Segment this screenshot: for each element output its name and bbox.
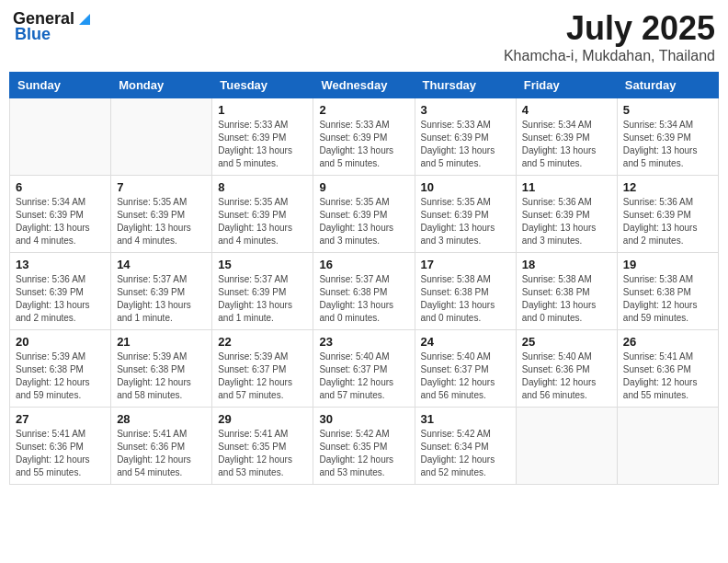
calendar-cell: 23Sunrise: 5:40 AM Sunset: 6:37 PM Dayli… bbox=[313, 330, 415, 408]
day-number: 31 bbox=[421, 412, 510, 426]
day-number: 12 bbox=[623, 180, 712, 194]
day-number: 7 bbox=[117, 180, 206, 194]
day-number: 4 bbox=[522, 103, 611, 117]
calendar-cell: 14Sunrise: 5:37 AM Sunset: 6:39 PM Dayli… bbox=[111, 253, 212, 330]
calendar-cell: 21Sunrise: 5:39 AM Sunset: 6:38 PM Dayli… bbox=[111, 330, 212, 408]
day-number: 16 bbox=[319, 258, 408, 271]
day-info: Sunrise: 5:40 AM Sunset: 6:37 PM Dayligh… bbox=[421, 350, 510, 402]
calendar-cell: 1Sunrise: 5:33 AM Sunset: 6:39 PM Daylig… bbox=[212, 98, 313, 176]
day-info: Sunrise: 5:42 AM Sunset: 6:35 PM Dayligh… bbox=[319, 428, 408, 479]
calendar-cell: 22Sunrise: 5:39 AM Sunset: 6:37 PM Dayli… bbox=[212, 330, 313, 408]
day-info: Sunrise: 5:34 AM Sunset: 6:39 PM Dayligh… bbox=[16, 196, 105, 247]
day-info: Sunrise: 5:33 AM Sunset: 6:39 PM Dayligh… bbox=[421, 119, 510, 170]
calendar-cell: 13Sunrise: 5:36 AM Sunset: 6:39 PM Dayli… bbox=[10, 253, 111, 330]
day-number: 30 bbox=[319, 412, 408, 426]
day-info: Sunrise: 5:35 AM Sunset: 6:39 PM Dayligh… bbox=[117, 196, 206, 247]
month-title: July 2025 bbox=[504, 9, 715, 48]
col-header-monday: Monday bbox=[111, 73, 212, 98]
day-info: Sunrise: 5:35 AM Sunset: 6:39 PM Dayligh… bbox=[319, 196, 408, 247]
day-info: Sunrise: 5:33 AM Sunset: 6:39 PM Dayligh… bbox=[218, 119, 307, 170]
calendar-cell: 6Sunrise: 5:34 AM Sunset: 6:39 PM Daylig… bbox=[10, 176, 111, 253]
day-info: Sunrise: 5:35 AM Sunset: 6:39 PM Dayligh… bbox=[421, 196, 510, 247]
calendar-cell: 30Sunrise: 5:42 AM Sunset: 6:35 PM Dayli… bbox=[313, 408, 415, 485]
calendar-cell bbox=[10, 98, 111, 176]
calendar-cell: 20Sunrise: 5:39 AM Sunset: 6:38 PM Dayli… bbox=[10, 330, 111, 408]
day-info: Sunrise: 5:38 AM Sunset: 6:38 PM Dayligh… bbox=[421, 273, 510, 325]
day-info: Sunrise: 5:41 AM Sunset: 6:36 PM Dayligh… bbox=[623, 350, 712, 402]
day-number: 14 bbox=[117, 258, 206, 271]
calendar-cell: 3Sunrise: 5:33 AM Sunset: 6:39 PM Daylig… bbox=[415, 98, 516, 176]
day-number: 6 bbox=[16, 180, 105, 194]
calendar-cell: 4Sunrise: 5:34 AM Sunset: 6:39 PM Daylig… bbox=[516, 98, 617, 176]
day-info: Sunrise: 5:41 AM Sunset: 6:36 PM Dayligh… bbox=[16, 428, 105, 479]
day-number: 27 bbox=[16, 412, 105, 426]
logo: General Blue bbox=[13, 9, 91, 44]
day-info: Sunrise: 5:37 AM Sunset: 6:38 PM Dayligh… bbox=[319, 273, 408, 325]
day-number: 1 bbox=[218, 103, 307, 117]
page-header: General Blue July 2025 Khamcha-i, Mukdah… bbox=[9, 9, 719, 64]
day-info: Sunrise: 5:34 AM Sunset: 6:39 PM Dayligh… bbox=[522, 119, 611, 170]
day-info: Sunrise: 5:40 AM Sunset: 6:36 PM Dayligh… bbox=[522, 350, 611, 402]
col-header-thursday: Thursday bbox=[415, 73, 516, 98]
calendar-cell: 9Sunrise: 5:35 AM Sunset: 6:39 PM Daylig… bbox=[313, 176, 415, 253]
logo-triangle-icon bbox=[75, 12, 90, 27]
day-info: Sunrise: 5:33 AM Sunset: 6:39 PM Dayligh… bbox=[319, 119, 408, 170]
location-title: Khamcha-i, Mukdahan, Thailand bbox=[504, 48, 715, 64]
calendar-cell: 27Sunrise: 5:41 AM Sunset: 6:36 PM Dayli… bbox=[10, 408, 111, 485]
day-info: Sunrise: 5:37 AM Sunset: 6:39 PM Dayligh… bbox=[117, 273, 206, 325]
day-info: Sunrise: 5:36 AM Sunset: 6:39 PM Dayligh… bbox=[522, 196, 611, 247]
calendar-cell: 26Sunrise: 5:41 AM Sunset: 6:36 PM Dayli… bbox=[617, 330, 718, 408]
calendar-table: SundayMondayTuesdayWednesdayThursdayFrid… bbox=[9, 72, 719, 485]
day-number: 5 bbox=[623, 103, 712, 117]
day-number: 2 bbox=[319, 103, 408, 117]
calendar-cell: 15Sunrise: 5:37 AM Sunset: 6:39 PM Dayli… bbox=[212, 253, 313, 330]
day-info: Sunrise: 5:39 AM Sunset: 6:38 PM Dayligh… bbox=[16, 350, 105, 402]
day-number: 11 bbox=[522, 180, 611, 194]
day-info: Sunrise: 5:39 AM Sunset: 6:37 PM Dayligh… bbox=[218, 350, 307, 402]
calendar-cell: 10Sunrise: 5:35 AM Sunset: 6:39 PM Dayli… bbox=[415, 176, 516, 253]
calendar-cell: 25Sunrise: 5:40 AM Sunset: 6:36 PM Dayli… bbox=[516, 330, 617, 408]
logo-blue: Blue bbox=[15, 25, 51, 44]
svg-marker-0 bbox=[79, 14, 90, 25]
day-number: 24 bbox=[421, 335, 510, 349]
calendar-cell bbox=[516, 408, 617, 485]
day-info: Sunrise: 5:39 AM Sunset: 6:38 PM Dayligh… bbox=[117, 350, 206, 402]
calendar-cell: 17Sunrise: 5:38 AM Sunset: 6:38 PM Dayli… bbox=[415, 253, 516, 330]
day-info: Sunrise: 5:36 AM Sunset: 6:39 PM Dayligh… bbox=[623, 196, 712, 247]
day-number: 29 bbox=[218, 412, 307, 426]
day-info: Sunrise: 5:42 AM Sunset: 6:34 PM Dayligh… bbox=[421, 428, 510, 479]
day-number: 26 bbox=[623, 335, 712, 349]
calendar-cell: 11Sunrise: 5:36 AM Sunset: 6:39 PM Dayli… bbox=[516, 176, 617, 253]
day-info: Sunrise: 5:41 AM Sunset: 6:35 PM Dayligh… bbox=[218, 428, 307, 479]
col-header-tuesday: Tuesday bbox=[212, 73, 313, 98]
day-info: Sunrise: 5:40 AM Sunset: 6:37 PM Dayligh… bbox=[319, 350, 408, 402]
day-info: Sunrise: 5:36 AM Sunset: 6:39 PM Dayligh… bbox=[16, 273, 105, 325]
calendar-cell: 8Sunrise: 5:35 AM Sunset: 6:39 PM Daylig… bbox=[212, 176, 313, 253]
day-number: 23 bbox=[319, 335, 408, 349]
calendar-cell: 18Sunrise: 5:38 AM Sunset: 6:38 PM Dayli… bbox=[516, 253, 617, 330]
calendar-cell: 24Sunrise: 5:40 AM Sunset: 6:37 PM Dayli… bbox=[415, 330, 516, 408]
calendar-cell bbox=[111, 98, 212, 176]
title-section: July 2025 Khamcha-i, Mukdahan, Thailand bbox=[504, 9, 715, 64]
day-number: 21 bbox=[117, 335, 206, 349]
day-info: Sunrise: 5:34 AM Sunset: 6:39 PM Dayligh… bbox=[623, 119, 712, 170]
day-number: 18 bbox=[522, 258, 611, 271]
col-header-wednesday: Wednesday bbox=[313, 73, 415, 98]
day-number: 20 bbox=[16, 335, 105, 349]
day-number: 9 bbox=[319, 180, 408, 194]
day-number: 15 bbox=[218, 258, 307, 271]
day-info: Sunrise: 5:35 AM Sunset: 6:39 PM Dayligh… bbox=[218, 196, 307, 247]
day-number: 28 bbox=[117, 412, 206, 426]
day-number: 10 bbox=[421, 180, 510, 194]
day-info: Sunrise: 5:38 AM Sunset: 6:38 PM Dayligh… bbox=[623, 273, 712, 325]
calendar-cell: 5Sunrise: 5:34 AM Sunset: 6:39 PM Daylig… bbox=[617, 98, 718, 176]
day-number: 13 bbox=[16, 258, 105, 271]
calendar-cell: 19Sunrise: 5:38 AM Sunset: 6:38 PM Dayli… bbox=[617, 253, 718, 330]
day-info: Sunrise: 5:38 AM Sunset: 6:38 PM Dayligh… bbox=[522, 273, 611, 325]
calendar-cell: 28Sunrise: 5:41 AM Sunset: 6:36 PM Dayli… bbox=[111, 408, 212, 485]
day-info: Sunrise: 5:41 AM Sunset: 6:36 PM Dayligh… bbox=[117, 428, 206, 479]
calendar-cell: 12Sunrise: 5:36 AM Sunset: 6:39 PM Dayli… bbox=[617, 176, 718, 253]
calendar-cell bbox=[617, 408, 718, 485]
calendar-cell: 29Sunrise: 5:41 AM Sunset: 6:35 PM Dayli… bbox=[212, 408, 313, 485]
day-number: 22 bbox=[218, 335, 307, 349]
